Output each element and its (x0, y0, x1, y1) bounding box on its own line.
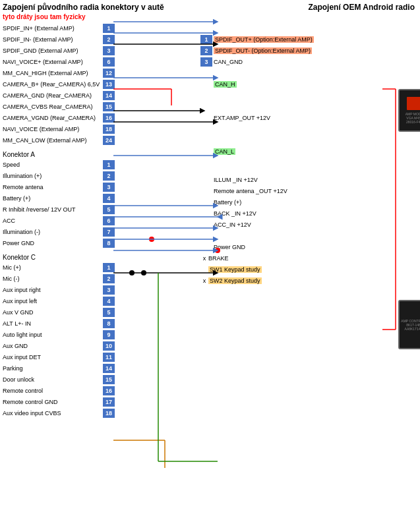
row-num: 17 (103, 397, 115, 407)
row-label: Speed (3, 161, 102, 168)
right-row-label: Remote antena _OUT +12V (214, 188, 287, 194)
row-label: Battery (+) (3, 195, 102, 202)
right-row-num: 3 (200, 57, 212, 67)
table-row: Remote antena 3 (3, 182, 154, 192)
row-label: NAVI_VOICE+ (External AMP) (3, 59, 102, 65)
row-label: Parking (3, 365, 102, 372)
table-row: CAN_H (200, 79, 392, 90)
right-row-label: BRAKE (208, 255, 229, 262)
table-row: CAMERA_B+ (Rear_CAMERA) 6,5V 13 (3, 79, 154, 90)
table-row: Battery (+) 4 (3, 193, 154, 204)
table-row (200, 231, 392, 241)
table-row: Parking 14 (3, 363, 154, 374)
right-row-label: Battery (+) (214, 199, 241, 206)
table-row: Power GND (200, 242, 392, 252)
table-row: Aux video input CVBS 18 (3, 408, 154, 419)
right-row-label: SPDIF_OUT+ (Option:External AMP) (214, 36, 314, 43)
row-num: 10 (103, 341, 115, 351)
right-row-num (200, 175, 212, 185)
row-label: Illumination (+) (3, 173, 102, 179)
table-row: Aux V GND 5 (3, 307, 154, 318)
table-row: Aux GND 10 (3, 341, 154, 351)
right-row-num (200, 147, 212, 156)
row-num: 14 (103, 91, 115, 100)
right-row-label: ILLUM _IN +12V (214, 177, 258, 183)
right-row-label: SPDIF_OUT- (Option:External AMP) (214, 47, 312, 54)
table-row: SPDIF_GND (External AMP) 3 (3, 45, 154, 56)
right-row-num (200, 243, 212, 252)
table-row: Illumination (-) 7 (3, 227, 154, 237)
row-num: 11 (103, 353, 115, 362)
table-row: Mic (-) 2 (3, 274, 154, 284)
table-row: ILLUM _IN +12V (200, 175, 392, 185)
table-row: 3 CAN_GND (200, 57, 392, 67)
main-container: Zapojení původního radia konektory v aut… (0, 0, 420, 520)
row-num: 14 (103, 364, 115, 373)
header: Zapojení původního radia konektory v aut… (0, 0, 420, 13)
row-num: 7 (103, 227, 115, 237)
table-row: R Inhibit /reverse/ 12V OUT 5 (3, 204, 154, 215)
right-row-label: CAN_L (214, 148, 235, 155)
right-row-num (200, 220, 212, 229)
right-row-x: x (200, 255, 208, 262)
row-label: SPDIF_GND (External AMP) (3, 47, 102, 54)
row-label: Aux V GND (3, 309, 102, 316)
row-num: 2 (103, 274, 115, 283)
row-num: 1 (103, 24, 115, 33)
table-row: Battery (+) (200, 197, 392, 208)
row-num: 18 (103, 409, 115, 418)
table-row (200, 101, 392, 112)
row-label: SPDIF_IN- (External AMP) (3, 36, 102, 43)
right-row-label: SW2 Keypad study (208, 277, 262, 284)
table-row: Remote antena _OUT +12V (200, 186, 392, 196)
table-row: NAVI_VOICE (External AMP) 18 (3, 124, 154, 134)
row-num: 18 (103, 125, 115, 134)
table-row: MM_CAN_HIGH (External AMP) 12 (3, 68, 154, 78)
right-row-x: x (200, 277, 208, 284)
table-row: CAMERA_GND (Rear_CAMERA) 14 (3, 90, 154, 101)
right-row-label: EXT.AMP_OUT +12V (214, 115, 270, 121)
row-num: 5 (103, 205, 115, 214)
row-label: Aux input right (3, 287, 102, 293)
table-row (200, 68, 392, 78)
row-num: 6 (103, 57, 115, 67)
table-row: Door unlock 15 (3, 374, 154, 385)
table-row: NAVI_VOICE+ (External AMP) 6 (3, 57, 154, 67)
table-row: Aux input DET 11 (3, 352, 154, 362)
row-num: 15 (103, 375, 115, 384)
connector-c: Konektor C Mic (+) 1 Mic (-) 2 Aux input… (3, 254, 154, 419)
subtitle: tyto dráty jsou tam fyzicky (0, 13, 420, 20)
row-num: 8 (103, 319, 115, 328)
table-row (200, 135, 392, 146)
table-row: Auto light input 9 (3, 330, 154, 340)
row-num: 8 (103, 239, 115, 248)
row-label: Power GND (3, 240, 102, 246)
right-row-num (200, 209, 212, 218)
table-row: CAMERA_CVBS Rear_CAMERA) 15 (3, 101, 154, 112)
row-num: 2 (103, 35, 115, 44)
table-row: SW1 Keypad study (200, 264, 392, 275)
row-num: 9 (103, 330, 115, 339)
row-label: NAVI_VOICE (External AMP) (3, 126, 102, 132)
connector-a: Konektor A Speed 1 Illumination (+) 2 Re… (3, 151, 154, 248)
row-num: 4 (103, 297, 115, 306)
row-num: 3 (103, 183, 115, 192)
table-row: Power GND 8 (3, 238, 154, 248)
table-row: CAMERA_VGND (Rear_CAMERA) 16 (3, 113, 154, 123)
row-label: SPDIF_IN+ (External AMP) (3, 25, 102, 32)
table-row: SPDIF_IN+ (External AMP) 1 (3, 23, 154, 34)
row-num: 3 (103, 285, 115, 295)
right-row-num (200, 198, 212, 207)
row-num: 2 (103, 171, 115, 181)
row-label: Aux input DET (3, 354, 102, 361)
table-row: Speed 1 (3, 159, 154, 170)
right-row-label: BACK _IN +12V (214, 210, 256, 217)
table-row: Illumination (+) 2 (3, 171, 154, 181)
table-row: Aux input right 3 (3, 285, 154, 295)
row-num: 4 (103, 194, 115, 203)
table-row: Aux input left 4 (3, 296, 154, 306)
table-row: ACC_IN +12V (200, 219, 392, 230)
left-section: SPDIF_IN+ (External AMP) 1 SPDIF_IN- (Ex… (3, 23, 154, 424)
row-label: CAMERA_VGND (Rear_CAMERA) (3, 115, 102, 121)
table-row (200, 163, 392, 174)
